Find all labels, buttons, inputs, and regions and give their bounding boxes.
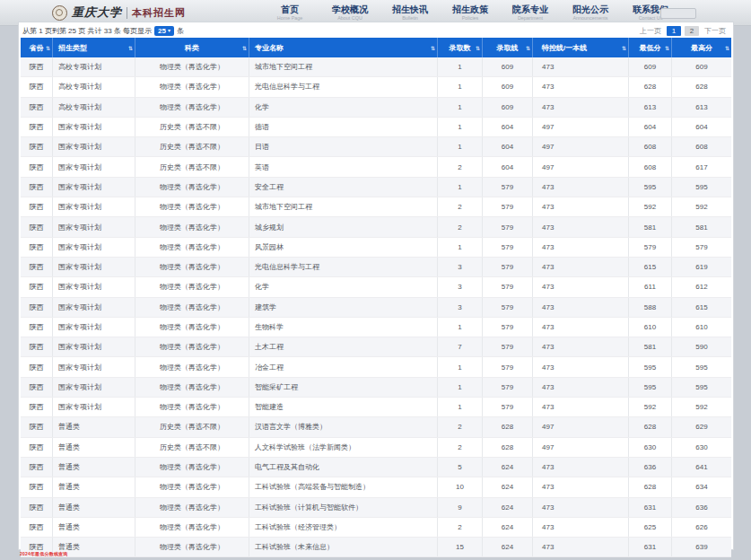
cell-major-name: 工科试验班（高端装备与智能制造）	[249, 477, 438, 496]
cell-major-name: 光电信息科学与工程	[249, 77, 438, 96]
cell-admit-line: 609	[483, 77, 533, 96]
cell-admission-type: 国家专项计划	[53, 357, 135, 376]
cell-min-score: 588	[629, 298, 672, 317]
cell-min-score: 628	[629, 477, 672, 496]
page-button-1[interactable]: 1	[667, 26, 681, 36]
page-info-suffix: 条	[177, 26, 184, 36]
cell-admission-type: 国家专项计划	[53, 137, 135, 156]
cell-control-line: 473	[533, 458, 629, 477]
table-row: 陕西普通类历史类（再选不限）人文科学试验班（法学新闻类）262849763063…	[21, 438, 731, 458]
cell-admission-type: 高校专项计划	[53, 57, 135, 76]
table-row: 陕西普通类物理类（再选化学）工科试验班（未来信息）15624473631639	[21, 538, 731, 557]
cell-admit-count: 1	[438, 137, 483, 156]
cell-subject-category: 物理类（再选化学）	[135, 378, 249, 397]
cell-admission-type: 国家专项计划	[53, 398, 135, 416]
cell-major-name: 人文科学试验班（法学新闻类）	[249, 438, 438, 457]
cell-province: 陕西	[21, 118, 53, 136]
cell-admit-count: 1	[438, 57, 483, 76]
cell-admit-count: 1	[438, 178, 483, 197]
cell-control-line: 473	[533, 217, 629, 236]
mini-badge[interactable]	[660, 8, 696, 19]
cell-subject-category: 物理类（再选化学）	[135, 357, 249, 376]
cell-admit-count: 2	[438, 518, 483, 537]
cell-admission-type: 国家专项计划	[53, 197, 135, 216]
cell-admission-type: 国家专项计划	[53, 337, 135, 356]
cell-subject-category: 物理类（再选化学）	[135, 178, 249, 197]
cell-admit-line: 604	[483, 118, 533, 136]
cell-major-name: 汉语言文学（博雅类）	[249, 417, 438, 436]
cell-admit-line: 579	[483, 277, 533, 296]
nav-item-6[interactable]: 阳光公示Announcements	[563, 4, 618, 22]
nav-sublabel: Policies	[445, 14, 495, 21]
nav-item-5[interactable]: 院系专业Department	[502, 4, 558, 22]
cell-admit-line: 579	[483, 258, 533, 276]
cell-admit-count: 5	[438, 458, 483, 477]
logo[interactable]: 重庆大学 本科招生网	[52, 4, 186, 22]
cell-admission-type: 高校专项计划	[53, 98, 135, 117]
cell-min-score: 581	[629, 217, 672, 236]
page-button-2[interactable]: 2	[685, 26, 699, 36]
column-header-admit-count[interactable]: 录取数⇅	[438, 38, 483, 57]
cell-control-line: 473	[533, 477, 629, 496]
cell-province: 陕西	[21, 98, 53, 117]
page-info-top: 从第 1 页到第 25 页 共计 33 条 每页显示 25 ▾ 条	[22, 26, 184, 36]
cell-max-score: 634	[672, 477, 731, 496]
column-header-subject-category[interactable]: 科类⇅	[135, 38, 249, 57]
cell-admit-count: 1	[438, 318, 483, 337]
column-header-max-score[interactable]: 最高分⇅	[672, 38, 731, 57]
cell-subject-category: 物理类（再选化学）	[135, 298, 249, 317]
sort-icon: ⇅	[622, 45, 626, 51]
cell-subject-category: 历史类（再选不限）	[135, 118, 249, 136]
cell-major-name: 化学	[249, 98, 438, 117]
prev-page-button[interactable]: 上一页	[638, 25, 663, 37]
cell-province: 陕西	[21, 357, 53, 376]
footer-note[interactable]: 2024年最低分数线查询	[20, 551, 68, 556]
caret-down-icon: ▾	[168, 28, 170, 33]
next-page-button[interactable]: 下一页	[703, 25, 728, 37]
cell-admit-count: 15	[438, 538, 483, 556]
cell-admit-line: 579	[483, 238, 533, 257]
nav-item-3[interactable]: 招生快讯Bulletin	[382, 4, 438, 22]
nav-item-1[interactable]: 首页Home Page	[262, 4, 318, 22]
table-row: 陕西普通类物理类（再选化学）工科试验班（高端装备与智能制造）1062447362…	[21, 477, 731, 497]
sort-icon: ⇅	[476, 45, 480, 51]
cell-max-score: 595	[672, 178, 731, 197]
cell-min-score: 625	[629, 518, 672, 537]
cell-control-line: 497	[533, 157, 629, 176]
cell-admit-line: 604	[483, 137, 533, 156]
sort-icon: ⇅	[526, 45, 530, 51]
column-label: 省份	[30, 43, 44, 53]
cell-province: 陕西	[21, 217, 53, 236]
table-row: 陕西国家专项计划物理类（再选化学）建筑学3579473588615	[21, 298, 731, 318]
cell-major-name: 城市地下空间工程	[249, 57, 438, 76]
column-header-min-score[interactable]: 最低分⇅	[629, 38, 672, 57]
site-name: 本科招生网	[132, 6, 186, 20]
nav-item-4[interactable]: 招生政策Policies	[442, 4, 498, 22]
column-header-admit-line[interactable]: 录取线⇅	[483, 38, 533, 57]
column-header-major-name[interactable]: 专业名称⇅	[249, 38, 438, 57]
cell-control-line: 473	[533, 538, 629, 556]
cell-admit-line: 579	[483, 178, 533, 197]
column-header-control-line[interactable]: 特控线/一本线⇅	[533, 38, 629, 57]
cell-major-name: 工科试验班（未来信息）	[249, 538, 438, 556]
cell-subject-category: 物理类（再选化学）	[135, 57, 249, 76]
cell-admission-type: 普通类	[53, 417, 135, 436]
cell-province: 陕西	[21, 57, 53, 76]
cell-control-line: 473	[533, 238, 629, 257]
cell-major-name: 土木工程	[249, 337, 438, 356]
nav-sublabel: Bulletin	[385, 14, 435, 21]
page-size-select[interactable]: 25 ▾	[154, 26, 174, 36]
page-size-value: 25	[158, 27, 166, 35]
table-row: 陕西国家专项计划物理类（再选化学）城乡规划2579473581581	[21, 217, 731, 237]
column-label: 最高分	[691, 43, 712, 53]
column-header-admission-type[interactable]: 招生类型⇅	[53, 38, 135, 57]
cell-min-score: 613	[629, 98, 672, 117]
column-header-province[interactable]: 省份⇅	[21, 38, 53, 57]
cell-control-line: 473	[533, 258, 629, 276]
nav-item-2[interactable]: 学校概况About CQU	[322, 4, 378, 22]
cell-major-name: 建筑学	[249, 298, 438, 317]
toolbar-top: 从第 1 页到第 25 页 共计 33 条 每页显示 25 ▾ 条 上一页 1 …	[19, 22, 733, 38]
cell-control-line: 473	[533, 318, 629, 337]
sort-icon: ⇅	[665, 45, 669, 51]
cell-max-score: 619	[672, 258, 731, 276]
